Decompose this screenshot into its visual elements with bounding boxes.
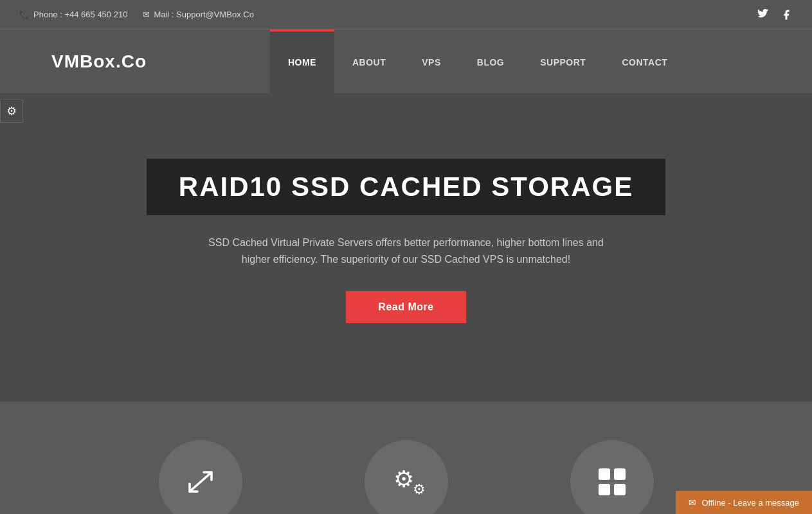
hero-title: RAID10 SSD CACHED STORAGE (179, 172, 633, 202)
logo: VMBox.Co (51, 51, 147, 72)
gear-icon: ⚙ (6, 104, 17, 118)
topbar: 📞 Phone : +44 665 450 210 ✉ Mail : Suppo… (0, 0, 812, 29)
nav-contact[interactable]: CONTACT (604, 30, 685, 93)
offline-chat-widget[interactable]: ✉ Offline - Leave a message (676, 491, 812, 514)
svg-line-1 (190, 482, 201, 492)
mail-text: Mail : Support@VMBox.Co (154, 10, 254, 19)
phone-icon: 📞 (19, 10, 30, 19)
twitter-link[interactable] (757, 8, 770, 21)
feature-icon-gears: ⚙ ⚙ (365, 440, 448, 514)
settings-button[interactable]: ⚙ (0, 100, 23, 123)
mail-item: ✉ Mail : Support@VMBox.Co (143, 10, 254, 19)
main-nav: HOME ABOUT VPS BLOG SUPPORT CONTACT (270, 30, 812, 93)
gears-icon: ⚙ ⚙ (387, 466, 426, 498)
nav-support[interactable]: SUPPORT (522, 30, 604, 93)
svg-line-0 (201, 472, 212, 482)
nav-about[interactable]: ABOUT (334, 30, 404, 93)
feature-performance: ⚙ ⚙ (303, 440, 509, 514)
offline-label: Offline - Leave a message (701, 498, 799, 508)
feature-icon-arrows (159, 440, 242, 514)
phone-text: Phone : +44 665 450 210 (33, 10, 127, 19)
feature-scalability (98, 440, 303, 514)
read-more-button[interactable]: Read More (346, 291, 465, 323)
hero-section: RAID10 SSD CACHED STORAGE SSD Cached Vir… (0, 93, 812, 402)
hero-subtitle: SSD Cached Virtual Private Servers offer… (194, 235, 618, 267)
facebook-link[interactable] (780, 8, 793, 21)
social-links (757, 8, 793, 21)
mail-icon: ✉ (143, 10, 150, 19)
nav-blog[interactable]: BLOG (459, 30, 522, 93)
grid-icon (599, 468, 626, 495)
header: VMBox.Co HOME ABOUT VPS BLOG SUPPORT CON… (0, 29, 812, 93)
logo-area: VMBox.Co (0, 30, 270, 93)
nav-home[interactable]: HOME (270, 30, 334, 93)
phone-item: 📞 Phone : +44 665 450 210 (19, 10, 127, 19)
topbar-contact-info: 📞 Phone : +44 665 450 210 ✉ Mail : Suppo… (19, 10, 254, 19)
nav-vps[interactable]: VPS (404, 30, 459, 93)
hero-title-box: RAID10 SSD CACHED STORAGE (147, 159, 665, 215)
envelope-icon: ✉ (689, 497, 696, 508)
feature-icon-grid (570, 440, 654, 514)
